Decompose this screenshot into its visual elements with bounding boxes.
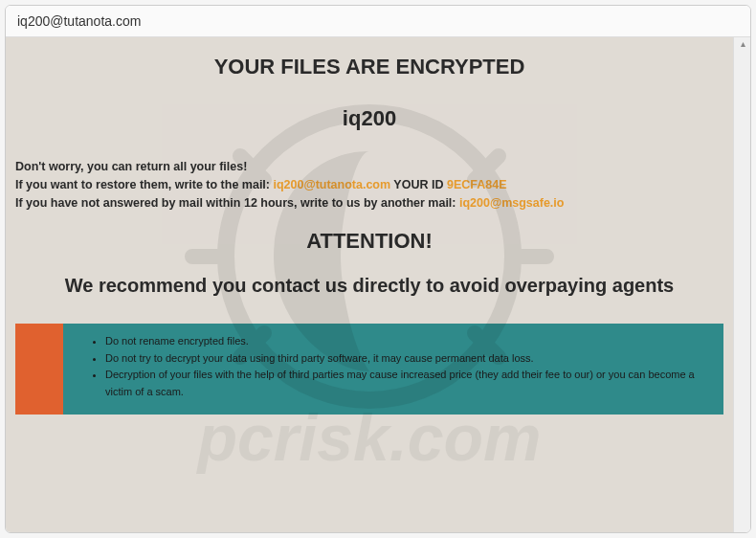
heading-attention: ATTENTION! — [15, 229, 723, 254]
warning-box: Do not rename encrypted files. Do not tr… — [15, 324, 723, 414]
instruction-line-2: If you want to restore them, write to th… — [15, 176, 723, 194]
contact-email-primary: iq200@tutanota.com — [273, 178, 390, 191]
heading-encrypted: YOUR FILES ARE ENCRYPTED — [15, 55, 723, 79]
dialog-window: iq200@tutanota.com pcrisk.com YOUR FILES… — [5, 5, 751, 533]
instruction-line-3: If you have not answered by mail within … — [15, 194, 723, 213]
window-title: iq200@tutanota.com — [17, 13, 141, 29]
contact-email-secondary: iq200@msgsafe.io — [459, 196, 564, 210]
heading-recommend: We recommend you contact us directly to … — [15, 275, 723, 297]
instruction-line-1: Don't worry, you can return all your fil… — [15, 158, 723, 176]
victim-id: 9ECFA84E — [447, 178, 507, 191]
warning-item: Do not try to decrypt your data using th… — [105, 350, 710, 368]
warning-list: Do not rename encrypted files. Do not tr… — [77, 333, 710, 400]
ransom-note-content: pcrisk.com YOUR FILES ARE ENCRYPTED iq20… — [6, 37, 733, 532]
instructions-text: Don't worry, you can return all your fil… — [15, 158, 723, 212]
warning-item: Do not rename encrypted files. — [105, 333, 710, 350]
heading-name: iq200 — [15, 106, 723, 131]
content-wrapper: pcrisk.com YOUR FILES ARE ENCRYPTED iq20… — [6, 37, 750, 532]
vertical-scrollbar[interactable]: ▴ — [733, 37, 750, 532]
warning-accent-bar — [15, 324, 63, 414]
warning-body: Do not rename encrypted files. Do not tr… — [63, 324, 723, 414]
scroll-up-icon[interactable]: ▴ — [737, 39, 748, 51]
warning-item: Decryption of your files with the help o… — [105, 367, 710, 400]
window-titlebar: iq200@tutanota.com — [6, 6, 750, 37]
